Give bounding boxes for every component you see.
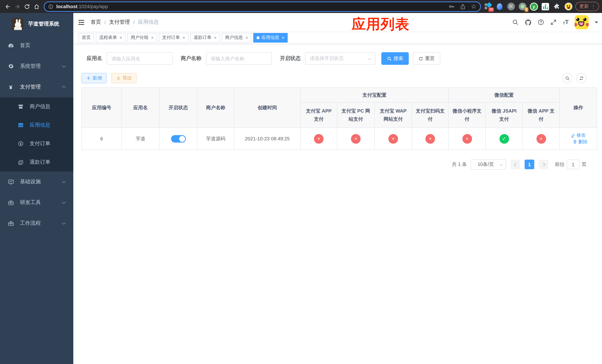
sidebar-item-payment[interactable]: ¥ 支付管理: [0, 77, 73, 97]
extension-recorder-icon[interactable]: 1: [518, 2, 527, 11]
close-icon[interactable]: ×: [214, 35, 216, 40]
extension-kanban-icon[interactable]: [541, 2, 549, 11]
sidebar-item-infra[interactable]: 基础设施: [0, 171, 73, 192]
trash-icon: [573, 139, 577, 144]
goto-page-input[interactable]: [567, 160, 580, 169]
tab-label: 用户分组: [131, 34, 149, 41]
sidebar-item-pay-order[interactable]: 支付订单: [0, 134, 73, 153]
plus-icon: [86, 76, 91, 80]
password-key-button[interactable]: [448, 3, 455, 10]
tab-label: 流程表单: [99, 34, 117, 41]
col-wechat-lite: 微信小程序支付: [449, 102, 485, 128]
tab-pay-order[interactable]: 支付订单 ×: [159, 33, 188, 43]
browser-profile-avatar[interactable]: [564, 2, 572, 11]
merchant-name-input[interactable]: [206, 52, 272, 65]
breadcrumb-payment[interactable]: 支付管理: [109, 19, 130, 26]
sidebar-logo[interactable]: 芋道管理系统: [0, 13, 73, 35]
browser-forward-button[interactable]: [13, 2, 22, 11]
extension-pixel-icon[interactable]: 10: [484, 2, 492, 11]
app-name-input[interactable]: [107, 52, 172, 65]
sidebar-item-workflow[interactable]: 工作流程: [0, 213, 73, 234]
download-icon: [116, 76, 121, 80]
fullscreen-button[interactable]: [550, 19, 557, 26]
col-alipay-qr: 支付宝扫码支付: [412, 102, 449, 128]
browser-back-button[interactable]: [3, 2, 13, 11]
close-icon[interactable]: ×: [183, 35, 185, 40]
edit-pencil-icon: [571, 133, 575, 138]
toolbox-icon: [7, 199, 14, 206]
url-text[interactable]: localhost:1024/pay/app: [56, 4, 443, 9]
sidebar-item-label: 退款订单: [30, 159, 50, 166]
tab-home[interactable]: 首页: [78, 33, 94, 43]
chevron-right-icon: [541, 162, 545, 166]
status-cross-icon: ×: [351, 134, 361, 143]
enabled-switch[interactable]: [171, 135, 186, 142]
add-button[interactable]: 新增: [81, 73, 107, 83]
site-info-icon[interactable]: [48, 4, 53, 9]
browser-home-button[interactable]: [32, 2, 42, 11]
page-suffix-label: 页: [582, 161, 586, 168]
export-button[interactable]: 导出: [111, 73, 137, 83]
edit-link[interactable]: 修改: [571, 132, 586, 139]
reset-button[interactable]: 重置: [413, 52, 440, 65]
next-page-button[interactable]: [539, 160, 548, 169]
extension-balloon-icon[interactable]: [495, 2, 504, 11]
close-icon[interactable]: ×: [282, 35, 284, 40]
refresh-icon: [418, 56, 423, 61]
sidebar-item-system[interactable]: 系统管理: [0, 56, 73, 77]
merchant-name-label: 商户名称: [181, 55, 201, 62]
address-bar[interactable]: localhost:1024/pay/app ☆: [44, 1, 481, 12]
browser-reload-button[interactable]: [22, 2, 32, 11]
sidebar-item-label: 工作流程: [20, 220, 41, 227]
edit-link-label: 修改: [576, 132, 586, 139]
status-select[interactable]: 请选择开启状态: [305, 52, 376, 65]
help-button[interactable]: [538, 19, 544, 26]
extension-command-icon[interactable]: ⌘: [507, 2, 515, 11]
browser-update-button[interactable]: 更新 ⋮: [575, 2, 599, 11]
sidebar-collapse-button[interactable]: [73, 19, 88, 26]
col-group-wechat: 微信配置: [449, 87, 559, 102]
share-icon: [460, 3, 466, 10]
breadcrumb-home[interactable]: 首页: [91, 19, 101, 26]
extension-y-icon[interactable]: y: [530, 2, 538, 11]
refresh-table-button[interactable]: [576, 73, 586, 83]
tab-user-group[interactable]: 用户分组 ×: [127, 33, 157, 43]
breadcrumb-separator: /: [133, 19, 135, 25]
page-number-button[interactable]: 1: [525, 160, 534, 169]
tab-app-info[interactable]: 应用信息 ×: [253, 33, 288, 43]
close-icon[interactable]: ×: [119, 35, 122, 40]
sidebar-item-devtool[interactable]: 研发工具: [0, 192, 73, 213]
extensions-puzzle-icon[interactable]: [553, 2, 561, 11]
close-icon[interactable]: ×: [246, 35, 248, 40]
app-table: 应用编号 应用名 开启状态 商户名称 创建时间 支付宝配置 微信配置 操作 支付…: [81, 87, 602, 150]
tab-refund-order[interactable]: 退款订单 ×: [190, 33, 220, 43]
col-group-alipay: 支付宝配置: [301, 87, 449, 102]
sidebar-item-refund-order[interactable]: 退款订单: [0, 153, 73, 171]
sidebar-item-app-info[interactable]: 应用信息: [0, 116, 73, 134]
sidebar-item-label: 支付订单: [30, 140, 50, 147]
sidebar-item-home[interactable]: 首页: [0, 35, 73, 56]
share-button[interactable]: [460, 3, 466, 10]
user-menu-caret-icon[interactable]: [595, 21, 598, 25]
reset-button-label: 重置: [425, 55, 435, 62]
user-avatar[interactable]: [575, 15, 589, 29]
close-icon[interactable]: ×: [151, 35, 154, 40]
tab-process-form[interactable]: 流程表单 ×: [96, 33, 126, 43]
font-size-button[interactable]: TT: [563, 19, 569, 25]
bookmark-star-icon[interactable]: ☆: [471, 3, 477, 10]
prev-page-button[interactable]: [511, 160, 520, 169]
header-search-button[interactable]: [512, 19, 519, 26]
delete-link[interactable]: 删除: [573, 139, 588, 145]
sidebar-item-label: 系统管理: [20, 63, 41, 70]
forward-icon: [14, 3, 20, 10]
extension-badge: 1: [525, 7, 528, 12]
page-size-select[interactable]: 10条/页: [471, 159, 506, 170]
toggle-search-button[interactable]: [562, 73, 572, 83]
gear-icon: [7, 63, 14, 69]
search-button[interactable]: 搜索: [381, 52, 409, 65]
github-link[interactable]: [525, 19, 532, 26]
sidebar-item-merchant-info[interactable]: 商户信息: [0, 97, 73, 116]
tab-merchant-info[interactable]: 商户信息 ×: [222, 33, 251, 43]
browser-menu-icon[interactable]: ⋮: [591, 4, 596, 9]
tab-label: 支付订单: [162, 34, 180, 41]
